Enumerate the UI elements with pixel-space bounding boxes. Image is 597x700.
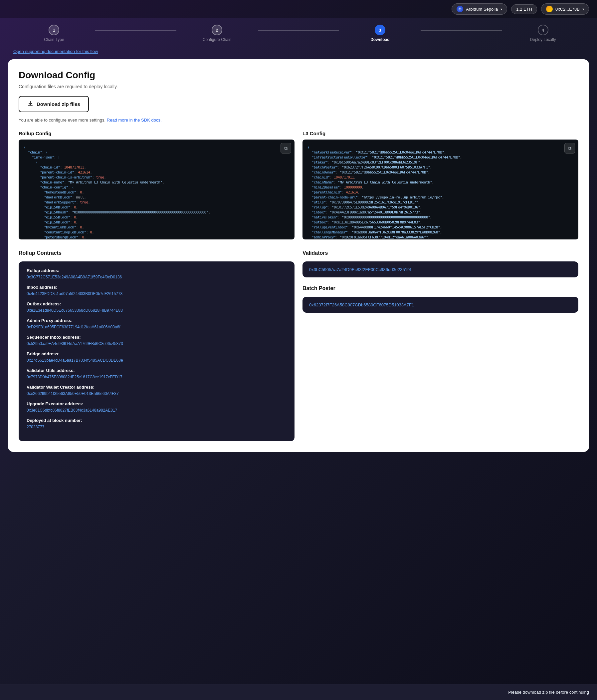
network-label: Arbitrum Sepolia [466, 7, 498, 12]
contracts-grid: Rollup Contracts Rollup address: 0x3C772… [19, 250, 578, 441]
upgrade-executor-row: Upgrade Executor address: 0x3e61C6dbfc86… [27, 401, 287, 412]
page-title: Download Config [19, 70, 578, 81]
validator-wallet-row: Validator Wallet Creator address: 0xe266… [27, 385, 287, 396]
step-2[interactable]: 2 Configure Chain [176, 25, 258, 42]
upgrade-executor-label: Upgrade Executor address: [27, 401, 287, 406]
validators-card: 0x3bC5905Aa7a24D9Ec83f2EF00Cc986dd3e2351… [303, 261, 578, 277]
rollup-address-link[interactable]: 0x3C772C571E53d249A08A4B9A71f59Fe4f9eD01… [27, 275, 122, 279]
rollup-config-code[interactable]: ⧉ { "chain": { "info-json": [ { "chain-i… [19, 140, 294, 240]
wallet-address: 0xC2...E78B [555, 7, 580, 12]
admin-proxy-row: Admin Proxy address: 0xD29F81a695FCF6387… [27, 318, 287, 329]
step-1[interactable]: 1 Chain Type [13, 25, 95, 42]
rollup-contracts-card: Rollup address: 0x3C772C571E53d249A08A4B… [19, 261, 294, 441]
step-3-circle: 3 [375, 25, 385, 35]
validator-utils-link[interactable]: 0x7973D0b475E898082dF25c1617C8ce1917cFED… [27, 375, 123, 379]
docs-link[interactable]: Open supporting documentation for this f… [13, 49, 98, 54]
card-subtitle: Configuration files are required to depl… [19, 84, 578, 89]
download-icon [27, 101, 33, 107]
inbox-address-link[interactable]: 0x4e4423FDD8c1ad07a5f2440l3B0DE0b7dF2615… [27, 292, 123, 296]
validators-section: Validators 0x3bC5905Aa7a24D9Ec83f2EF00Cc… [303, 250, 578, 277]
seq-inbox-row: Sequencer Inbox address: 0x52950aa9EA4e9… [27, 335, 287, 346]
deployed-block-value: 27023777 [27, 425, 44, 429]
wallet-chevron: ▾ [582, 7, 584, 11]
network-icon [457, 6, 463, 12]
inbox-address-row: Inbox address: 0x4e4423FDD8c1ad07a5f2440… [27, 285, 287, 296]
rollup-address-row: Rollup address: 0x3C772C571E53d249A08A4B… [27, 268, 287, 279]
rollup-address-label: Rollup address: [27, 268, 287, 273]
step-1-label: Chain Type [44, 37, 64, 42]
deployed-block-row: Deployed at block number: 27023777 [27, 418, 287, 429]
l3-copy-button[interactable]: ⧉ [564, 143, 575, 153]
network-chevron: ▾ [500, 7, 502, 11]
download-zip-button[interactable]: Download zip files [19, 96, 89, 112]
step-3[interactable]: 3 Download [339, 25, 421, 42]
step-3-label: Download [370, 37, 389, 42]
download-btn-label: Download zip files [36, 101, 80, 107]
outbox-address-row: Outbox address: 0xe1E3e1d840D5Ec67565336… [27, 301, 287, 313]
sdk-docs-link[interactable]: Read more in the SDK docs. [107, 118, 162, 123]
validator-wallet-link[interactable]: 0xe2662ff9b41f39e63A850E50E013Ea66e60A4F… [27, 391, 119, 396]
sdk-note: You are able to configure even more sett… [19, 118, 578, 123]
validator-utils-label: Validator Utils address: [27, 368, 287, 373]
main-card: Download Config Configuration files are … [8, 59, 589, 452]
deployed-block-label: Deployed at block number: [27, 418, 287, 423]
rollup-code-content: { "chain": { "info-json": [ { "chain-id"… [24, 145, 289, 240]
step-1-circle: 1 [49, 25, 59, 35]
outbox-address-link[interactable]: 0xe1E3e1d840D5Ec675653368dD05828F8B9744E… [27, 308, 123, 313]
batch-poster-address-link[interactable]: 0x62372f7F26A58C907CDb6580CF6075D51033A7… [309, 302, 414, 307]
step-2-circle: 2 [212, 25, 222, 35]
l3-config-code[interactable]: ⧉ { "networkFeeReceiver": "0xC21f5821fd8… [303, 140, 578, 240]
l3-code-content: { "networkFeeReceiver": "0xC21f5821fd8bb… [308, 145, 573, 240]
rollup-config-section: Rollup Config ⧉ { "chain": { "info-json"… [19, 130, 294, 240]
upgrade-executor-link[interactable]: 0x3e61C6dbfc86f8827fEB63f4c3a6148a982AE8… [27, 408, 117, 412]
inbox-address-label: Inbox address: [27, 285, 287, 290]
wallet-selector[interactable]: 0xC2...E78B ▾ [541, 3, 589, 15]
validator-utils-row: Validator Utils address: 0x7973D0b475E89… [27, 368, 287, 379]
step-4-label: Deploy Locally [530, 37, 556, 42]
rollup-contracts-section: Rollup Contracts Rollup address: 0x3C772… [19, 250, 294, 441]
rollup-copy-button[interactable]: ⧉ [281, 143, 291, 153]
network-selector[interactable]: Arbitrum Sepolia ▾ [451, 3, 507, 15]
bridge-link[interactable]: 0x27d5613bae4cD4a5aa17B7034f5485ACDC0DE6… [27, 358, 123, 362]
step-4-circle: 4 [538, 25, 548, 35]
config-grid: Rollup Config ⧉ { "chain": { "info-json"… [19, 130, 578, 240]
bridge-row: Bridge address: 0x27d5613bae4cD4a5aa17B7… [27, 351, 287, 362]
batch-poster-card: 0x62372f7F26A58C907CDb6580CF6075D51033A7… [303, 297, 578, 313]
outbox-address-label: Outbox address: [27, 301, 287, 306]
validator-wallet-label: Validator Wallet Creator address: [27, 385, 287, 390]
l3-config-section: L3 Config ⧉ { "networkFeeReceiver": "0xC… [303, 130, 578, 240]
admin-proxy-label: Admin Proxy address: [27, 318, 287, 323]
batch-poster-title: Batch Poster [303, 285, 578, 292]
toast-message: Please download zip file before continui… [508, 690, 589, 695]
validators-title: Validators [303, 250, 578, 256]
validator-address-link[interactable]: 0x3bC5905Aa7a24D9Ec83f2EF00Cc986dd3e2351… [309, 267, 411, 272]
step-2-label: Configure Chain [203, 37, 232, 42]
l3-config-title: L3 Config [303, 130, 578, 136]
right-contracts: Validators 0x3bC5905Aa7a24D9Ec83f2EF00Cc… [303, 250, 578, 441]
step-progress: 1 Chain Type 2 Configure Chain 3 Downloa… [0, 18, 597, 49]
rollup-contracts-title: Rollup Contracts [19, 250, 294, 256]
step-4[interactable]: 4 Deploy Locally [502, 25, 584, 42]
bridge-label: Bridge address: [27, 351, 287, 356]
wallet-avatar [546, 6, 553, 12]
admin-proxy-link[interactable]: 0xD29F81a695FCF63877194d12feaA61a006A03a… [27, 325, 121, 329]
eth-balance: 1.2 ETH [511, 4, 537, 14]
seq-inbox-link[interactable]: 0x52950aa9EA4e939D4dAaA1769FBd6C8c06c458… [27, 341, 123, 346]
batch-poster-section: Batch Poster 0x62372f7F26A58C907CDb6580C… [303, 285, 578, 313]
seq-inbox-label: Sequencer Inbox address: [27, 335, 287, 340]
top-nav: Arbitrum Sepolia ▾ 1.2 ETH 0xC2...E78B ▾ [0, 0, 597, 18]
bottom-toast: Please download zip file before continui… [0, 684, 597, 700]
rollup-config-title: Rollup Config [19, 130, 294, 136]
docs-link-bar: Open supporting documentation for this f… [0, 49, 597, 59]
